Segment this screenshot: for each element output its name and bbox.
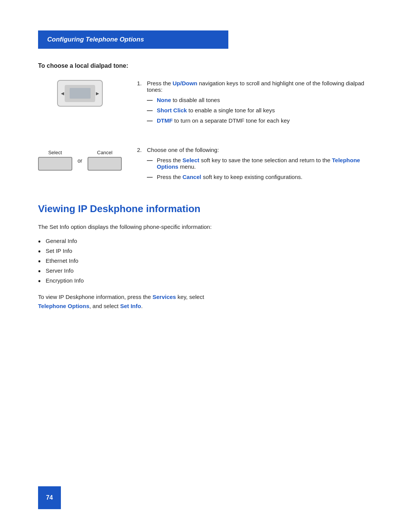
step1-row: ◀ ▶ 1. Press the Up/Down navigation keys… (38, 80, 373, 134)
bullet-label-ethernet: Ethernet Info (46, 257, 78, 264)
header-banner: Configuring Telephone Options (38, 30, 228, 49)
bullet-item-ethernet: • Ethernet Info (38, 257, 373, 265)
step1-key: Up/Down (173, 80, 198, 86)
header-title: Configuring Telephone Options (47, 36, 144, 43)
tone-options-list: — None to disable all tones — Short Clic… (147, 97, 373, 124)
footer-text-before: To view IP Deskphone information, press … (38, 294, 153, 300)
step2-item: 2. Choose one of the following: — Press … (137, 147, 373, 184)
select-softkey-group: Select (38, 150, 72, 171)
dash-icon: — (147, 97, 153, 103)
section2-intro: The Set Info option displays the followi… (38, 222, 373, 232)
tone-option-shortclick: — Short Click to enable a single tone fo… (147, 107, 373, 113)
bullet-label-encryption: Encryption Info (46, 277, 84, 284)
softkey-col: Select or Cancel (38, 147, 122, 171)
footer-text-mid: key, select (176, 294, 204, 300)
step2-row: Select or Cancel 2. Choose one of the fo… (38, 147, 373, 191)
tone-shortclick-content: Short Click to enable a single tone for … (157, 107, 275, 113)
step1-text: Press the Up/Down navigation keys to scr… (147, 80, 373, 128)
section2-heading: Viewing IP Deskphone information (38, 203, 373, 215)
section2-footer: To view IP Deskphone information, press … (38, 292, 373, 311)
cancel-softkey-button[interactable] (88, 157, 122, 171)
softkey-cancel-content: Press the Cancel soft key to keep existi… (157, 174, 303, 180)
select-softkey-button[interactable] (38, 157, 72, 171)
bullet-dot-1: • (38, 238, 41, 245)
dtmf-key: DTMF (157, 117, 173, 124)
cancel-softkey-label: Cancel (97, 150, 112, 155)
bullet-dot-3: • (38, 257, 41, 265)
step2-intro: Choose one of the following: (147, 147, 219, 153)
step1-content: 1. Press the Up/Down navigation keys to … (137, 80, 373, 134)
step2-content: 2. Choose one of the following: — Press … (137, 147, 373, 191)
bullet-item-server: • Server Info (38, 267, 373, 275)
right-arrow-icon: ▶ (96, 91, 99, 96)
bullet-label-general: General Info (46, 238, 77, 244)
bullet-dot-5: • (38, 277, 41, 285)
step2-number: 2. (137, 147, 144, 153)
or-label: or (78, 158, 82, 168)
cancel-key-text: Cancel (183, 174, 201, 180)
telephone-options-link2: Telephone Options (38, 303, 89, 309)
bullet-item-encryption: • Encryption Info (38, 277, 373, 285)
shortclick-key: Short Click (157, 107, 187, 113)
section1-heading: To choose a local dialpad tone: (38, 62, 373, 69)
dash-icon-5: — (147, 174, 153, 180)
page-number: 74 (46, 494, 53, 501)
bullet-dot-4: • (38, 267, 41, 275)
bullet-item-setip: • Set IP Info (38, 248, 373, 255)
bullet-dot-2: • (38, 248, 41, 255)
softkey-cancel-option: — Press the Cancel soft key to keep exis… (147, 174, 373, 180)
left-arrow-icon: ◀ (61, 91, 64, 96)
bullet-label-server: Server Info (46, 267, 73, 274)
setinfo-link: Set Info (120, 303, 141, 309)
none-text: to disable all tones (171, 97, 220, 103)
select-softkey-label: Select (48, 150, 62, 155)
none-key: None (157, 97, 171, 103)
dash-icon-4: — (147, 157, 153, 163)
softkey-row: Select or Cancel (38, 150, 122, 171)
phone-inner (65, 85, 95, 102)
select-key-text: Select (183, 157, 199, 163)
steps-list: 1. Press the Up/Down navigation keys to … (137, 80, 373, 128)
cancel-softkey-group: Cancel (88, 150, 122, 171)
tone-none-content: None to disable all tones (157, 97, 220, 103)
shortclick-text: to enable a single tone for all keys (187, 107, 275, 113)
services-link: Services (153, 294, 176, 300)
phone-screen (70, 88, 91, 99)
softkey-select-content: Press the Select soft key to save the to… (157, 157, 373, 170)
tone-dtmf-content: DTMF to turn on a separate DTMF tone for… (157, 117, 290, 124)
footer-text-end: , and select (89, 303, 120, 309)
page-container: Configuring Telephone Options To choose … (0, 0, 411, 532)
bullet-items-list: • General Info • Set IP Info • Ethernet … (38, 238, 373, 285)
step1-item: 1. Press the Up/Down navigation keys to … (137, 80, 373, 128)
bullet-label-setip: Set IP Info (46, 248, 72, 254)
phone-image-col: ◀ ▶ (38, 80, 122, 107)
dtmf-text: to turn on a separate DTMF tone for each… (173, 117, 290, 124)
step2-text: Choose one of the following: — Press the… (147, 147, 373, 184)
dash-icon-3: — (147, 117, 153, 124)
dash-icon-2: — (147, 107, 153, 113)
softkey-options-list: — Press the Select soft key to save the … (147, 157, 373, 180)
step2-list: 2. Choose one of the following: — Press … (137, 147, 373, 184)
softkey-select-option: — Press the Select soft key to save the … (147, 157, 373, 170)
bullet-item-general: • General Info (38, 238, 373, 245)
page-number-box: 74 (38, 486, 61, 509)
tone-option-none: — None to disable all tones (147, 97, 373, 103)
tone-option-dtmf: — DTMF to turn on a separate DTMF tone f… (147, 117, 373, 124)
phone-device-illustration: ◀ ▶ (57, 80, 103, 107)
step1-number: 1. (137, 80, 144, 86)
footer-period: . (141, 303, 143, 309)
step1-intro: Press the (147, 80, 173, 86)
